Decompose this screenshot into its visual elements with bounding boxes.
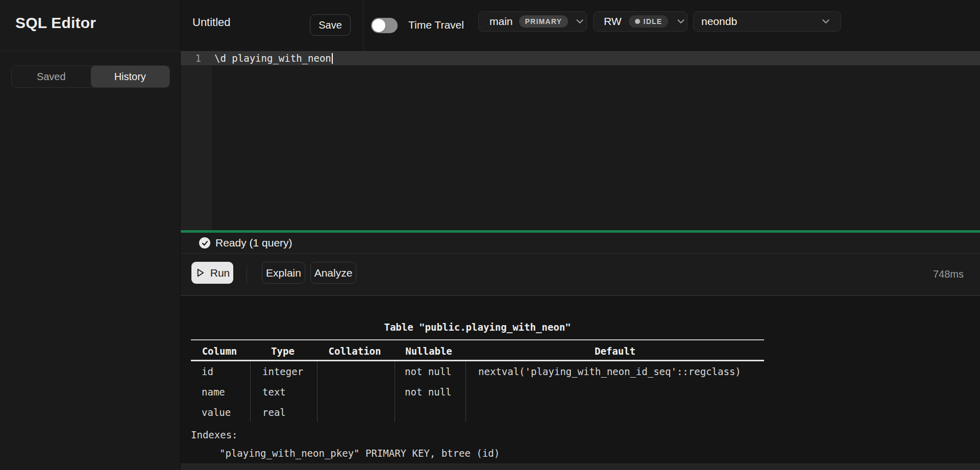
cell-type: integer: [262, 361, 303, 382]
table-row: id integer not null nextval('playing_wit…: [181, 361, 764, 382]
sql-editor-app: SQL Editor Saved History Untitled Save T…: [0, 0, 980, 470]
toolbar-separator: [247, 265, 247, 283]
code-line[interactable]: \d playing_with_neon: [214, 51, 333, 65]
cell-default: nextval('playing_with_neon_id_seq'::regc…: [478, 361, 741, 382]
compute-status-badge: IDLE: [629, 15, 669, 28]
index-definition: "playing_with_neon_pkey" PRIMARY KEY, bt…: [219, 448, 500, 459]
compute-name: RW: [604, 15, 622, 28]
results-scrollbar-track[interactable]: [181, 463, 980, 470]
cell-nullable: not null: [405, 382, 452, 402]
query-duration: 748ms: [933, 254, 964, 295]
chevron-down-icon: [675, 16, 687, 27]
run-label: Run: [210, 267, 230, 279]
chevron-down-icon: [574, 16, 585, 27]
text-cursor: [332, 53, 333, 64]
cell-type: real: [262, 402, 286, 423]
sidebar-header: SQL Editor: [0, 0, 180, 51]
run-button[interactable]: Run: [191, 262, 233, 284]
results-panel: Table "public.playing_with_neon" Column …: [181, 296, 980, 470]
topbar: Untitled Save Time Travel main PRIMARY R…: [181, 0, 980, 51]
tab-saved[interactable]: Saved: [12, 66, 91, 87]
editor-gutter: [181, 51, 212, 230]
chevron-down-icon: [820, 16, 831, 27]
branch-primary-badge: PRIMARY: [519, 15, 568, 28]
saved-history-tab-group: Saved History: [11, 65, 170, 88]
tab-history[interactable]: History: [91, 66, 170, 87]
status-message: Ready (1 query): [215, 233, 292, 253]
compute-status-text: IDLE: [644, 17, 663, 26]
database-name: neondb: [701, 15, 737, 28]
code-text: \d playing_with_neon: [214, 53, 331, 64]
analyze-button[interactable]: Analyze: [310, 262, 356, 284]
compute-selector[interactable]: RW IDLE: [593, 11, 688, 32]
play-icon: [195, 267, 206, 278]
table-rule-top: [191, 339, 764, 340]
result-table-title: Table "public.playing_with_neon": [191, 321, 764, 333]
query-title: Untitled: [192, 16, 231, 29]
check-circle-icon: [199, 237, 210, 249]
query-toolbar: Run Explain Analyze 748ms: [181, 254, 980, 296]
cell-nullable: not null: [405, 361, 452, 382]
column-header-default: Default: [595, 345, 635, 357]
line-number: 1: [181, 51, 201, 65]
cell-column: value: [202, 402, 231, 423]
column-header-type: Type: [271, 345, 295, 357]
column-header-nullable: Nullable: [405, 345, 452, 357]
cell-column: id: [202, 361, 213, 382]
statusbar: Ready (1 query): [181, 233, 980, 254]
time-travel-label: Time Travel: [408, 19, 464, 31]
code-editor[interactable]: 1 \d playing_with_neon: [181, 51, 980, 230]
table-row: name text not null: [181, 382, 764, 402]
tab-saved-label: Saved: [37, 71, 66, 83]
topbar-divider: [363, 0, 363, 51]
column-header-collation: Collation: [329, 345, 381, 357]
indexes-label: Indexes:: [191, 429, 238, 440]
cell-column: name: [202, 382, 225, 402]
status-dot-icon: [635, 19, 640, 24]
page-title: SQL Editor: [15, 14, 96, 32]
explain-button[interactable]: Explain: [262, 262, 305, 284]
time-travel-toggle[interactable]: [371, 18, 398, 33]
branch-selector[interactable]: main PRIMARY: [478, 11, 587, 32]
branch-name: main: [489, 15, 513, 28]
cell-type: text: [262, 382, 286, 402]
toggle-knob: [372, 19, 385, 32]
sidebar: SQL Editor Saved History: [0, 0, 181, 470]
database-selector[interactable]: neondb: [693, 11, 841, 32]
column-header-column: Column: [202, 345, 237, 357]
save-button[interactable]: Save: [310, 14, 351, 36]
table-row: value real: [181, 402, 764, 423]
tab-history-label: History: [114, 71, 146, 83]
